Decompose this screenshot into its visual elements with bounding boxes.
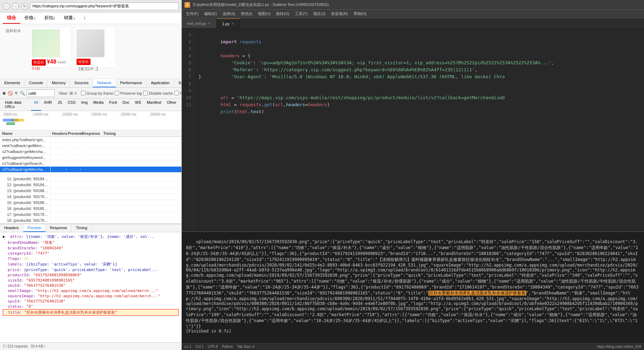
network-row-selected[interactable]: v2?callback=getMercha... [0, 167, 181, 173]
tab-security[interactable]: Security [174, 79, 181, 87]
network-row[interactable]: 12: {productId: '6918479282259...' [0, 182, 181, 188]
tree-item[interactable]: price: {priceType: 'quick', priceLabelTy… [3, 267, 179, 272]
subtab-other[interactable]: Other [164, 99, 179, 111]
req-tab-timing[interactable]: Timing [72, 224, 92, 232]
tree-item[interactable]: ▶ attrs: [{name: '功效', value: '保湿/补水'}, … [3, 234, 179, 240]
tree-item[interactable]: productId: "6917924081998898069" [3, 272, 179, 278]
tree-item[interactable]: skuId: "7663775276481538" [3, 283, 179, 288]
tree-item[interactable]: sizeId: "6917924081998902165" [3, 278, 179, 283]
menu-project[interactable]: 项目(J) [310, 10, 328, 17]
address-bar[interactable] [30, 2, 179, 10]
filter-input[interactable] [27, 89, 55, 97]
offline-label[interactable]: Offlin [174, 91, 182, 95]
tab-elements[interactable]: Elements [0, 79, 25, 87]
nav-back-button[interactable]: ← [3, 3, 10, 10]
preserve-log-checkbox[interactable] [115, 91, 119, 95]
disable-cache-label[interactable]: Disable cache [143, 91, 173, 95]
tree-item[interactable]: labels: [{bizType: 'activeTips', value: … [3, 261, 179, 267]
tab-application[interactable]: Application [147, 79, 174, 87]
subtab-hide-data-urls[interactable]: Hide data URLs [2, 99, 31, 111]
menu-goto[interactable]: 跳转(G) [273, 10, 292, 17]
tab-memory[interactable]: Memory [48, 79, 70, 87]
tree-item-title[interactable]: title: "巨补水墨菊补水润养礼盒洁面水乳补水保湿护肤套装" [3, 309, 179, 316]
menu-selection[interactable]: 选择(S) [220, 10, 238, 17]
subtab-media[interactable]: Media [91, 99, 107, 111]
menu-preferences[interactable]: 首选项(N) [328, 10, 350, 17]
tree-item[interactable]: categoryId: "7477" [3, 251, 179, 256]
nav-refresh-button[interactable]: ↻ [21, 3, 28, 10]
filter-icon[interactable]: ⛛ [14, 90, 19, 96]
nav-forward-button[interactable]: → [12, 3, 19, 10]
product-card-1[interactable]: 特卖价 ¥48 ¥159 3.1折 【除螨祛痘去黑头】控油绿茶泡膜 [29, 27, 71, 67]
tab-1py[interactable]: 1.py × [217, 19, 240, 28]
tab-1py-close[interactable]: × [232, 21, 234, 26]
subtab-font[interactable]: Font [107, 99, 120, 111]
network-row[interactable]: index.php?callback=get... [0, 137, 181, 143]
subtab-all[interactable]: All [31, 99, 41, 111]
menu-file[interactable]: 文件(F) [183, 10, 201, 17]
tree-item[interactable]: brandStoreSn: "10004349" [3, 246, 179, 251]
subtab-manifest[interactable]: Manifest [144, 99, 164, 111]
record-icon[interactable]: ⏺ [2, 90, 6, 96]
preserve-log-label[interactable]: Preserve log [115, 91, 142, 95]
row-initiator [80, 139, 181, 140]
network-row[interactable]: 16: {productId: '6918524324... [0, 206, 181, 212]
group-by-frame-checkbox[interactable] [81, 91, 86, 95]
tab-network[interactable]: Network [93, 79, 116, 87]
tree-item[interactable]: flags: 36 [3, 256, 179, 261]
subtab-xhr[interactable]: XHR [41, 99, 55, 111]
product-card-2[interactable]: 特卖价 【换完CP...】 拯救毛孔补水洁面礼盒 [74, 27, 116, 67]
menu-help[interactable]: 帮助(H) [351, 10, 369, 17]
network-row[interactable]: 14: {productId: '6917924077... [0, 194, 181, 200]
network-row[interactable]: 13: {productId: '6918879054... [0, 188, 181, 194]
tree-item[interactable]: brandShowName: "韩束" [3, 240, 179, 246]
tab-价格[interactable]: 价格↓ [20, 13, 40, 24]
tab-performance[interactable]: Performance [116, 79, 147, 87]
subtab-doc[interactable]: Doc [120, 99, 132, 111]
tab-销量[interactable]: 销量↓ [60, 13, 80, 24]
tab-sources[interactable]: Sources [70, 79, 93, 87]
line-num-5: 5 [182, 59, 194, 66]
close-paren: ) [327, 102, 330, 107]
tree-item[interactable]: spuId: "7663775276481538" [3, 299, 179, 304]
subtab-ws[interactable]: WS [132, 99, 144, 111]
menu-view[interactable]: 视图(V) [255, 10, 274, 17]
tab-test-bot[interactable]: test_bot.py × [182, 19, 217, 28]
network-row[interactable]: 18: {productId: '6917924119... [0, 218, 181, 224]
menu-edit[interactable]: 编辑(E) [201, 10, 220, 17]
str-end: ', [549, 60, 554, 65]
network-row[interactable]: v2?callback=getMercha... [0, 149, 181, 155]
view-icon-1[interactable]: ⊞ [70, 90, 73, 96]
search-icon[interactable]: 🔍 [20, 90, 25, 96]
subtab-css[interactable]: CSS [65, 99, 79, 111]
network-row[interactable]: 11: {productId: '6918449056102...' [0, 176, 181, 182]
network-row[interactable]: v1?callback=getSearch... [0, 161, 181, 167]
tree-item[interactable]: smallImage: "http://h2.appsimg.com/a.app… [3, 288, 179, 293]
offline-checkbox[interactable] [174, 91, 179, 95]
clear-icon[interactable]: 🚫 [8, 90, 13, 96]
code-content[interactable]: import requests headers = { 'Cookie': 'c… [194, 29, 644, 231]
subtab-img[interactable]: Img [78, 99, 90, 111]
tab-console[interactable]: Console [25, 79, 48, 87]
network-row[interactable]: 17: {productId: '6917924119... [0, 212, 181, 218]
str-cookie-val: 'cps=adp%3Ag1o71nrO%3A%3A%3A%3A%3A; vip_… [259, 60, 549, 65]
network-row[interactable]: getSuggestHotKeyword... [0, 155, 181, 161]
tab-test-bot-close[interactable]: × [208, 21, 211, 26]
req-tab-response[interactable]: Response [46, 224, 72, 232]
tab-折扣[interactable]: 折扣↓ [40, 13, 60, 24]
tree-expand-icon[interactable]: ▶ [3, 234, 8, 239]
disable-cache-checkbox[interactable] [143, 91, 148, 95]
view-icon-2[interactable]: ≡ [74, 90, 77, 96]
req-tab-preview[interactable]: Preview [23, 224, 46, 232]
subtab-js[interactable]: JS [55, 99, 65, 111]
group-by-frame-label[interactable]: Group by frame [81, 91, 113, 95]
tab-more[interactable]: ↓ [80, 13, 91, 24]
tab-综合[interactable]: 综合 [3, 13, 20, 24]
menu-find[interactable]: 查找(I) [238, 10, 255, 17]
tree-item[interactable]: squareImage: "http://h2.appsimg.com/a.ap… [3, 293, 179, 299]
menu-tools[interactable]: 工具(T) [292, 10, 310, 17]
req-tab-headers[interactable]: Headers [0, 224, 23, 232]
network-row[interactable]: 15: {productId: '6918808484... [0, 200, 181, 206]
network-row[interactable]: rank?callback=getMerc... [0, 143, 181, 149]
tree-item[interactable]: status: "0" [3, 304, 179, 309]
